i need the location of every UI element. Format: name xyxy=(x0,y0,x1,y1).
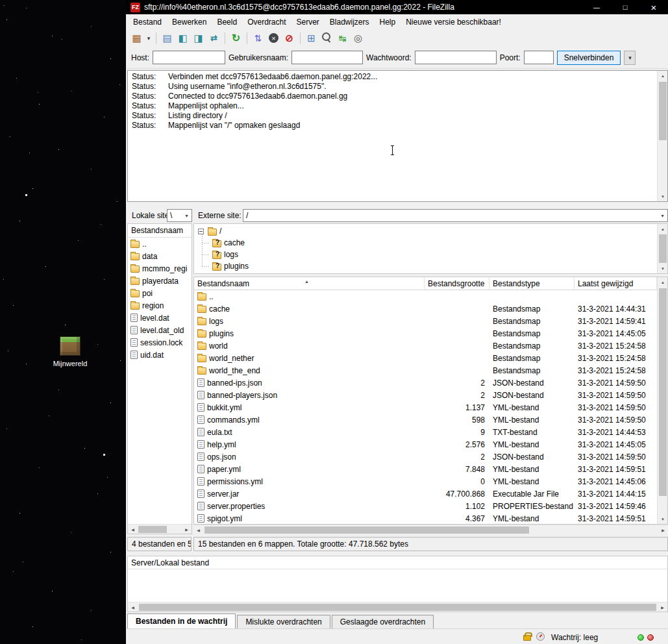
refresh-icon[interactable] xyxy=(229,31,243,45)
scroll-up-arrow[interactable] xyxy=(658,224,668,234)
site-manager-dropdown[interactable] xyxy=(145,31,153,45)
maximize-button[interactable] xyxy=(611,0,639,14)
menu-item-bestand[interactable]: Bestand xyxy=(128,16,167,29)
remote-file-row[interactable]: .. xyxy=(194,290,657,303)
tab-geslaagde-overdrachten[interactable]: Geslaagde overdrachten xyxy=(332,615,434,628)
scroll-down-arrow[interactable] xyxy=(658,192,668,201)
local-file-row[interactable]: session.lock xyxy=(128,336,192,349)
scroll-thumb[interactable] xyxy=(659,82,667,140)
menu-item-server[interactable]: Server xyxy=(291,16,324,29)
logview-toggle-icon[interactable] xyxy=(160,31,175,45)
remote-file-row[interactable]: help.yml2.576YML-bestand31-3-2021 14:45:… xyxy=(194,438,657,451)
process-queue-icon[interactable] xyxy=(251,31,266,45)
remote-file-row[interactable]: world_netherBestandsmap31-3-2021 15:24:5… xyxy=(194,352,657,364)
remote-file-row[interactable]: eula.txt9TXT-bestand31-3-2021 14:44:53 xyxy=(194,426,657,438)
remote-file-row[interactable]: banned-players.json2JSON-bestand31-3-202… xyxy=(194,389,657,401)
local-file-row[interactable]: region xyxy=(128,299,192,312)
local-file-row[interactable]: playerdata xyxy=(128,275,192,287)
scroll-thumb[interactable] xyxy=(659,234,667,263)
column-header-type[interactable]: Bestandstype xyxy=(489,277,575,290)
menu-item-help[interactable]: Help xyxy=(375,16,401,29)
host-input[interactable] xyxy=(153,51,225,64)
message-log[interactable]: Status:Verbinden met dcc9757613edaab6.da… xyxy=(127,70,668,202)
speed-gauge-icon[interactable] xyxy=(536,632,545,641)
menu-item-beeld[interactable]: Beeld xyxy=(212,16,242,29)
remote-file-row[interactable]: server.properties1.102PROPERTIES-bestand… xyxy=(194,500,657,512)
scroll-right-arrow[interactable] xyxy=(658,602,667,612)
close-button[interactable] xyxy=(639,0,668,14)
desktop-icon-mijnwereld[interactable]: Mijnwereld xyxy=(45,336,95,367)
remote-site-combo[interactable]: / xyxy=(243,209,668,222)
column-header-modified[interactable]: Laatst gewijzigd xyxy=(575,277,657,290)
remote-file-row[interactable]: server.jar47.700.868Executable Jar File3… xyxy=(194,488,657,500)
directory-comparison-icon[interactable] xyxy=(351,31,365,45)
remote-file-row[interactable]: bukkit.yml1.137YML-bestand31-3-2021 14:5… xyxy=(194,401,657,414)
local-file-row[interactable]: mcmmo_regi xyxy=(128,262,192,275)
remote-file-row[interactable]: pluginsBestandsmap31-3-2021 14:45:05 xyxy=(194,327,657,340)
remote-file-row[interactable]: commands.yml598YML-bestand31-3-2021 14:5… xyxy=(194,414,657,426)
remote-list-hscrollbar[interactable] xyxy=(193,525,668,534)
minimize-button[interactable] xyxy=(582,0,611,14)
queue-hscrollbar[interactable] xyxy=(128,602,667,612)
disconnect-icon[interactable] xyxy=(282,31,297,45)
titlebar[interactable]: FZ sftp://info%40etheron.nl.3c6d1575@dcc… xyxy=(126,0,668,14)
remote-file-row[interactable]: cacheBestandsmap31-3-2021 14:44:31 xyxy=(194,303,657,315)
remote-tree-item[interactable]: plugins xyxy=(194,260,657,272)
menu-item-overdracht[interactable]: Overdracht xyxy=(242,16,291,29)
log-scrollbar[interactable] xyxy=(657,71,667,201)
scroll-left-arrow[interactable] xyxy=(128,602,138,612)
scroll-thumb[interactable] xyxy=(139,604,656,611)
local-file-row[interactable]: .. xyxy=(128,238,192,250)
file-search-icon[interactable] xyxy=(319,31,334,45)
remote-tree-scrollbar[interactable] xyxy=(657,224,667,273)
cancel-icon[interactable] xyxy=(266,31,281,45)
column-header-size[interactable]: Bestandsgrootte xyxy=(425,277,489,290)
scroll-thumb[interactable] xyxy=(659,288,667,496)
local-column-header-name[interactable]: Bestandsnaam xyxy=(128,224,192,238)
remote-file-row[interactable]: worldBestandsmap31-3-2021 15:24:58 xyxy=(194,340,657,352)
local-file-row[interactable]: level.dat xyxy=(128,312,192,324)
port-input[interactable] xyxy=(524,51,554,64)
column-header-name[interactable]: Bestandsnaam xyxy=(194,277,425,290)
menu-item-nieuwe-versie-beschikbaar[interactable]: Nieuwe versie beschikbaar! xyxy=(401,16,506,29)
quickconnect-dropdown[interactable] xyxy=(624,51,636,65)
remote-file-row[interactable]: world_the_endBestandsmap31-3-2021 15:24:… xyxy=(194,364,657,377)
queue-column-header[interactable]: Server/Lokaal bestand xyxy=(128,556,667,569)
synchronized-browsing-icon[interactable] xyxy=(335,31,350,45)
username-input[interactable] xyxy=(291,51,363,64)
scroll-right-arrow[interactable] xyxy=(182,525,192,534)
scroll-up-arrow[interactable] xyxy=(658,71,668,80)
remote-file-row[interactable]: permissions.yml0YML-bestand31-3-2021 14:… xyxy=(194,475,657,488)
scroll-thumb[interactable] xyxy=(138,526,167,533)
scroll-right-arrow[interactable] xyxy=(658,525,668,535)
collapse-icon[interactable] xyxy=(198,229,204,234)
scroll-thumb[interactable] xyxy=(204,526,529,534)
quickconnect-button[interactable]: Snelverbinden xyxy=(557,51,621,65)
local-file-row[interactable]: uid.dat xyxy=(128,349,192,361)
remote-list-vscrollbar[interactable] xyxy=(657,277,667,524)
menu-item-bladwijzers[interactable]: Bladwijzers xyxy=(325,16,375,29)
scroll-down-arrow[interactable] xyxy=(658,264,668,273)
remote-file-row[interactable]: banned-ips.json2JSON-bestand31-3-2021 14… xyxy=(194,377,657,389)
remote-file-row[interactable]: ops.json2JSON-bestand31-3-2021 14:59:50 xyxy=(194,451,657,463)
scroll-left-arrow[interactable] xyxy=(128,525,138,534)
password-input[interactable] xyxy=(415,51,497,64)
queueview-toggle-icon[interactable] xyxy=(206,31,221,45)
scroll-down-arrow[interactable] xyxy=(658,514,668,524)
tab-mislukte-overdrachten[interactable]: Mislukte overdrachten xyxy=(237,615,330,628)
remote-tree-item[interactable]: logs xyxy=(194,249,657,260)
menu-item-bewerken[interactable]: Bewerken xyxy=(167,16,212,29)
local-file-row[interactable]: data xyxy=(128,250,192,262)
local-treeview-toggle-icon[interactable] xyxy=(175,31,190,45)
remote-file-row[interactable]: logsBestandsmap31-3-2021 14:59:41 xyxy=(194,315,657,327)
filter-icon[interactable] xyxy=(304,31,319,45)
local-site-combo[interactable]: \ xyxy=(167,209,192,222)
remote-treeview-toggle-icon[interactable] xyxy=(191,31,206,45)
chevron-down-icon[interactable] xyxy=(658,210,667,221)
remote-file-row[interactable]: spigot.yml4.367YML-bestand31-3-2021 14:5… xyxy=(194,512,657,524)
local-file-row[interactable]: poi xyxy=(128,287,192,299)
scroll-left-arrow[interactable] xyxy=(193,525,203,535)
remote-file-row[interactable]: paper.yml7.848YML-bestand31-3-2021 14:59… xyxy=(194,463,657,475)
tab-bestanden-in-de-wachtrij[interactable]: Bestanden in de wachtrij xyxy=(127,613,236,628)
remote-tree-item[interactable]: cache xyxy=(194,237,657,249)
